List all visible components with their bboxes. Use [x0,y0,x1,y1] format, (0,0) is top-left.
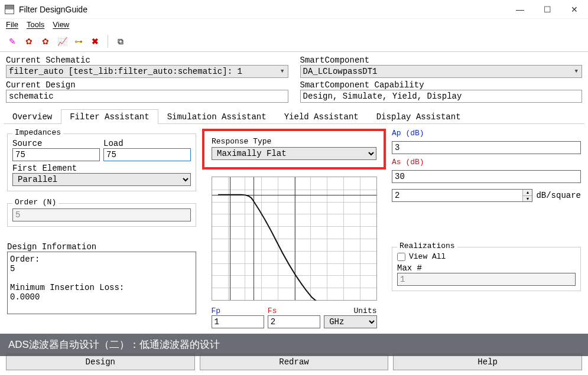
first-element-select[interactable]: Parallel [12,173,191,186]
tab-filter-assistant[interactable]: Filter Assistant [61,109,158,124]
response-plot [212,177,377,301]
ap-label: Ap (dB) [392,129,581,138]
tune-icon[interactable]: ⧉ [114,35,127,48]
response-type-label: Response Type [212,137,376,146]
impedances-title: Impedances [12,128,63,137]
redraw-button[interactable]: Redraw [200,354,389,370]
menu-tools[interactable]: Tools [27,20,44,29]
realizations-title: Realizations [397,242,457,250]
maximize-button[interactable]: ☐ [534,0,561,19]
junction-icon[interactable]: ⊶ [72,35,85,48]
response-type-box: Response Type Maximally Flat [202,129,386,169]
spin-up[interactable]: ▲ [522,190,532,196]
first-element-label: First Element [12,164,77,173]
caption-overlay: ADS滤波器自动设计（二）：低通滤波器的设计 [0,334,588,356]
fp-input[interactable] [212,315,264,328]
current-schematic-combo[interactable]: filter_auto [test_lib:filter_auto:schema… [6,65,288,78]
design-info-label: Design Information [7,242,196,252]
tab-simulation-assistant[interactable]: Simulation Assistant [158,109,275,124]
units-select[interactable]: GHz [324,315,376,328]
toolbar: ✎ ✿ ✿ 📈 ⊶ ✖ ⧉ [0,32,588,52]
load-input[interactable] [103,148,191,161]
impedances-group: Impedances Source Load First Element Par… [7,133,196,191]
menu-file[interactable]: File [6,20,18,29]
menu-view[interactable]: View [53,20,69,29]
plot-icon[interactable]: 📈 [56,35,69,48]
toolbar-separator [108,35,108,48]
gear2-icon[interactable]: ✿ [39,35,52,48]
response-type-select[interactable]: Maximally Flat [212,147,376,160]
help-button[interactable]: Help [393,354,582,370]
maxn-input [397,273,576,286]
source-label: Source [12,139,100,148]
view-all-label: View All [409,252,446,261]
view-all-checkbox[interactable] [397,253,405,261]
tab-yield-assistant[interactable]: Yield Assistant [275,109,368,124]
as-input[interactable] [392,170,581,183]
titlebar: Filter DesignGuide — ☐ ✕ [0,0,588,19]
current-schematic-label: Current Schematic [6,56,288,65]
spin-down[interactable]: ▼ [522,196,532,202]
fs-input[interactable] [268,315,320,328]
wizard-icon[interactable]: ✎ [6,35,19,48]
smartcomponent-combo[interactable]: DA_LCLowpassDT1 [300,65,583,78]
minimize-button[interactable]: — [506,0,534,19]
source-input[interactable] [12,148,100,161]
order-input [12,208,191,221]
tab-display-assistant[interactable]: Display Assistant [368,109,470,124]
units-label: Units [324,306,376,315]
ap-input[interactable] [392,141,581,154]
gear1-icon[interactable]: ✿ [22,35,35,48]
menubar: File Tools View [0,19,588,32]
dbsquare-input[interactable] [392,189,532,202]
current-design-label: Current Design [6,80,288,90]
app-icon [5,5,14,14]
smartcomponent-label: SmartComponent [300,56,583,65]
design-button[interactable]: Design [6,354,195,370]
order-title: Order (N) [12,198,59,207]
load-label: Load [103,139,191,148]
capability-label: SmartComponent Capability [300,80,583,90]
current-design-field[interactable]: schematic [6,90,288,103]
delete-icon[interactable]: ✖ [89,35,102,48]
as-label: As (dB) [392,158,581,167]
window-title: Filter DesignGuide [19,5,506,14]
close-button[interactable]: ✕ [561,0,588,19]
design-info-text: Order: 5 Minimum Insertion Loss: 0.0000 [7,252,196,314]
fp-label: Fp [212,306,264,315]
capability-field: Design, Simulate, Yield, Display [300,90,583,103]
order-group: Order (N) [7,203,196,227]
tab-row: Overview Filter Assistant Simulation Ass… [4,109,584,124]
dbsquare-suffix: dB/square [536,191,581,200]
realizations-group: Realizations View All Max # [392,247,581,291]
tab-overview[interactable]: Overview [4,109,61,124]
fs-label: Fs [268,306,320,315]
maxn-label: Max # [397,263,576,273]
